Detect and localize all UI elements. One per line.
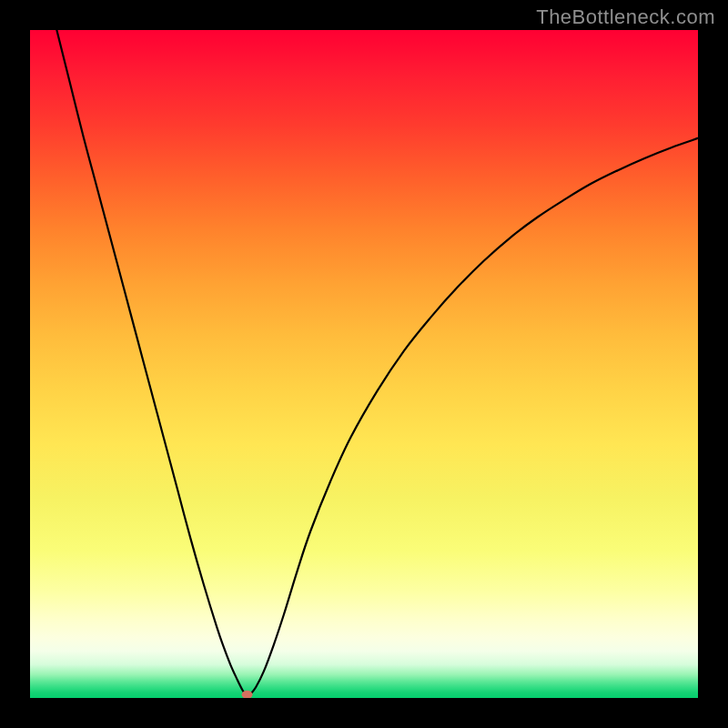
- chart-frame: TheBottleneck.com: [0, 0, 728, 728]
- curve-right-branch: [248, 138, 698, 696]
- curve-layer: [30, 30, 698, 698]
- curve-left-branch: [56, 30, 247, 696]
- plot-area: [30, 30, 698, 698]
- watermark-text: TheBottleneck.com: [536, 5, 715, 29]
